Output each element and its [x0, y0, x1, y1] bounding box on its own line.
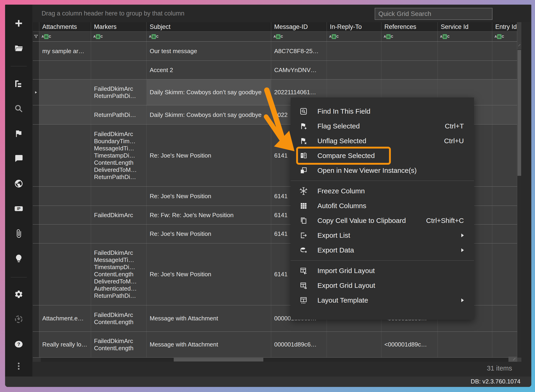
sidebar-item-settings[interactable]	[5, 286, 32, 303]
cell-markers[interactable]: FailedDkimArcContentLength	[91, 305, 147, 331]
filter-cell-markers[interactable]: ABC	[91, 32, 147, 41]
cell-subject[interactable]: Daily Skimm: Cowboys don’t say goodbye	[147, 105, 271, 124]
sidebar-item-comments[interactable]	[5, 150, 32, 167]
menu-item-unflag-selected[interactable]: Unflag SelectedCtrl+U	[291, 134, 474, 148]
cell-markers[interactable]	[91, 61, 147, 79]
column-header-entry-id[interactable]: Entry Id	[492, 22, 517, 31]
menu-item-import-grid-layout[interactable]: Import Grid Layout	[291, 263, 474, 278]
menu-item-open-in-new-viewer-instance-s-[interactable]: Open in New Viewer Instance(s)	[291, 163, 474, 178]
menu-item-compare-selected[interactable]: Compare Selected	[291, 148, 474, 163]
cell-entry-id[interactable]	[492, 224, 517, 243]
column-header-service-id[interactable]: Service Id	[438, 22, 492, 31]
cell-entry-id[interactable]	[492, 243, 517, 305]
cell-attachments[interactable]: my sample ar…	[39, 42, 91, 61]
scrollbar-top-button[interactable]	[517, 42, 521, 49]
text-filter-type-icon[interactable]: ABC	[93, 34, 103, 39]
cell-attachments[interactable]	[39, 243, 91, 305]
menu-item-layout-template[interactable]: Layout Template	[291, 293, 474, 308]
text-filter-type-icon[interactable]: ABC	[42, 34, 51, 39]
text-filter-type-icon[interactable]: ABC	[329, 34, 339, 39]
cell-references[interactable]	[381, 61, 438, 79]
cell-message-id[interactable]: CAMvYnDNV…	[271, 61, 327, 79]
cell-attachments[interactable]: Really really lo…	[39, 332, 91, 357]
cell-message-id[interactable]: A8C7C8F8-25…	[271, 42, 327, 61]
cell-markers[interactable]	[91, 42, 147, 61]
menu-item-flag-selected[interactable]: Flag SelectedCtrl+T	[291, 119, 474, 134]
menu-item-export-list[interactable]: Export List	[291, 228, 474, 243]
cell-attachments[interactable]: Attachment.e…	[39, 305, 91, 331]
cell-subject[interactable]: Message with Attachment	[147, 305, 271, 331]
sidebar-item-web[interactable]	[5, 175, 32, 192]
text-filter-type-icon[interactable]: ABC	[384, 34, 393, 39]
cell-markers[interactable]: FailedDkimArc	[91, 206, 147, 224]
sidebar-item-search[interactable]	[5, 100, 32, 117]
scrollbar-left-button[interactable]	[33, 358, 41, 362]
cell-attachments[interactable]	[39, 206, 91, 224]
cell-subject[interactable]: Our test message	[147, 42, 271, 61]
cell-markers[interactable]	[91, 224, 147, 243]
sidebar-item-new-item[interactable]	[5, 15, 32, 32]
cell-attachments[interactable]	[39, 105, 91, 124]
cell-service-id[interactable]	[438, 332, 492, 357]
sidebar-item-updates[interactable]	[5, 311, 32, 328]
cell-attachments[interactable]	[39, 79, 91, 105]
filter-cell-service-id[interactable]: ABC	[438, 32, 492, 41]
menu-item-export-data[interactable]: Export Data	[291, 243, 474, 257]
menu-item-find-in-this-field[interactable]: Find In This Field	[291, 104, 474, 119]
cell-entry-id[interactable]	[492, 187, 517, 205]
cell-markers[interactable]: FailedDkimArcReturnPathDi…	[91, 79, 147, 105]
cell-subject[interactable]: Re: Fw: Re: Joe's New Position	[147, 206, 271, 224]
text-filter-type-icon[interactable]: ABC	[495, 34, 504, 39]
sidebar-item-flagged-items[interactable]	[5, 125, 32, 142]
cell-message-id[interactable]: 000001d89c6…	[271, 332, 327, 357]
sidebar-item-more-options[interactable]	[5, 358, 32, 375]
menu-item-copy-cell-value-to-clipboard[interactable]: Copy Cell Value to ClipboardCtrl+Shift+C	[291, 213, 474, 228]
cell-entry-id[interactable]	[492, 125, 517, 187]
menu-item-autofit-columns[interactable]: Autofit Columns	[291, 198, 474, 213]
cell-entry-id[interactable]	[492, 61, 517, 79]
sidebar-item-ip-lookup[interactable]: IP	[5, 200, 32, 217]
table-row[interactable]: Really really lo…FailedDkimArcContentLen…	[33, 332, 517, 358]
cell-references[interactable]	[381, 42, 438, 61]
column-header-message-id[interactable]: Message-ID	[271, 22, 327, 31]
filter-cell-subject[interactable]: ABC	[147, 32, 271, 41]
cell-markers[interactable]	[91, 187, 147, 205]
cell-in-reply-to[interactable]	[327, 61, 381, 79]
filter-cell-entry-id[interactable]: ABC	[492, 32, 517, 41]
cell-service-id[interactable]	[438, 42, 492, 61]
sidebar-item-hints[interactable]	[5, 250, 32, 267]
cell-entry-id[interactable]	[492, 42, 517, 61]
sidebar-item-help[interactable]: ?	[5, 336, 32, 353]
vertical-scrollbar-thumb[interactable]	[517, 50, 521, 176]
column-header-in-reply-to[interactable]: In-Reply-To	[327, 22, 381, 31]
filter-cell-in-reply-to[interactable]: ABC	[327, 32, 381, 41]
horizontal-scrollbar[interactable]	[33, 358, 517, 362]
cell-attachments[interactable]	[39, 224, 91, 243]
cell-references[interactable]: <000001d89c…	[381, 332, 438, 357]
cell-markers[interactable]: FailedDkimArcContentLength	[91, 332, 147, 357]
column-header-attachments[interactable]: Attachments	[39, 22, 91, 31]
cell-subject[interactable]: Accent 2	[147, 61, 271, 79]
table-row[interactable]: Accent 2CAMvYnDNV…	[33, 61, 517, 79]
column-header-subject[interactable]: Subject	[147, 22, 271, 31]
text-filter-type-icon[interactable]: ABC	[149, 34, 158, 39]
cell-in-reply-to[interactable]	[327, 42, 381, 61]
cell-service-id[interactable]	[438, 61, 492, 79]
text-filter-type-icon[interactable]: ABC	[440, 34, 450, 39]
sidebar-item-attachments[interactable]	[5, 225, 32, 242]
vertical-scrollbar[interactable]	[517, 42, 521, 358]
filter-cell-attachments[interactable]: ABC	[39, 32, 91, 41]
filter-cell-message-id[interactable]: ABC	[271, 32, 327, 41]
cell-entry-id[interactable]	[492, 79, 517, 105]
cell-attachments[interactable]	[39, 61, 91, 79]
quick-grid-search-input[interactable]	[375, 8, 493, 20]
cell-markers[interactable]: FailedDkimArcBoundaryTim…MessageIdTi…Tim…	[91, 125, 147, 187]
sidebar-item-open-archive[interactable]	[5, 40, 32, 57]
table-row[interactable]: my sample ar…Our test messageA8C7C8F8-25…	[33, 42, 517, 61]
cell-subject[interactable]: Re: Joe's New Position	[147, 125, 271, 187]
column-header-references[interactable]: References	[381, 22, 438, 31]
cell-in-reply-to[interactable]	[327, 332, 381, 357]
cell-subject[interactable]: Re: Joe's New Position	[147, 243, 271, 305]
cell-subject[interactable]: Re: Joe's New Position	[147, 187, 271, 205]
cell-subject[interactable]: Re: Joe's New Position	[147, 224, 271, 243]
